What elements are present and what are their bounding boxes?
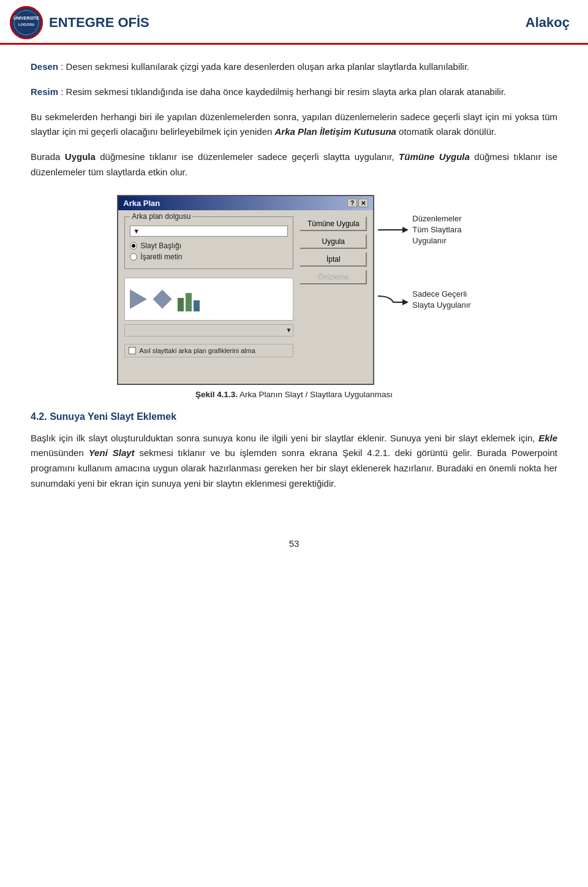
annotation-top-text: Düzenlemeler Tüm Slaytlara Uygulanır — [412, 213, 461, 247]
header-right-text: Alakoç — [526, 15, 570, 31]
dialog-checkbox-row[interactable]: Asıl slayttaki arka plan grafiklerini al… — [124, 344, 293, 357]
uygula-paragraph: Burada Uygula düğmesine tıklanır ise düz… — [31, 150, 557, 180]
section-p1-bold2: Yeni Slayt — [89, 447, 135, 458]
uygula-bold2: Tümüne Uygula — [399, 151, 470, 162]
bar-3 — [194, 300, 200, 311]
annotation-bottom-line2: Slayta Uygulanır — [412, 300, 470, 311]
section-p1-text1: Başlık için ilk slayt oluşturulduktan so… — [31, 433, 538, 443]
btn-uygula[interactable]: Uygula — [300, 234, 367, 249]
btn-iptal[interactable]: İptal — [300, 252, 367, 267]
figure-caption-bold: Şekil 4.1.3. — [195, 390, 238, 399]
diamond-shape — [153, 289, 172, 308]
dialog-group-box: Arka plan dolgusu ▼ Slayt Başlığı İşa — [124, 216, 293, 269]
brand-name: ENTEGRE OFİS — [49, 15, 149, 31]
section-heading: 4.2. Sunuya Yeni Slayt Eklemek — [31, 411, 557, 422]
section-number: 4.2. — [31, 411, 47, 422]
radio-item-1[interactable]: Slayt Başlığı — [130, 242, 288, 250]
resim-label: Resim — [31, 86, 58, 97]
uygula-text1: Burada — [31, 151, 65, 162]
svg-marker-6 — [402, 299, 409, 305]
checkbox-label: Asıl slayttaki arka plan grafiklerini al… — [139, 347, 255, 354]
main-content: Desen : Desen sekmesi kullanılarak çizgi… — [0, 45, 588, 520]
dialog-body: Arka plan dolgusu ▼ Slayt Başlığı İşa — [118, 210, 373, 362]
svg-text:LOGOSU: LOGOSU — [18, 23, 34, 26]
resim-colon: : — [58, 86, 66, 97]
dialog-titlebar: Arka Plan ? ✕ — [118, 196, 373, 210]
dialog-group-label: Arka plan dolgusu — [130, 212, 192, 221]
section-paragraph-1: Başlık için ilk slayt oluşturulduktan so… — [31, 431, 557, 492]
desen-label: Desen — [31, 61, 58, 72]
resim-paragraph: Resim : Resim sekmesi tıklandığında ise … — [31, 85, 557, 100]
svg-marker-5 — [402, 227, 409, 233]
section-p1-text2: menüsünden — [31, 447, 89, 458]
annotation-top-line2: Tüm Slaytlara — [412, 224, 461, 235]
dialog-area: Arka Plan ? ✕ Arka plan dolgusu ▼ — [31, 195, 557, 385]
scroll-arrow-down: ▼ — [285, 327, 292, 333]
shapes-preview-area — [124, 278, 293, 321]
annotation-bottom: Sadece Geçerli Slayta Uygulanır — [378, 289, 470, 311]
dialog-close-btn[interactable]: ✕ — [358, 199, 368, 207]
bar-2 — [186, 293, 192, 311]
scrollbar-area: ▼ — [124, 324, 293, 337]
bar-1 — [178, 298, 184, 311]
annotation-top-line1: Düzenlemeler — [412, 213, 461, 224]
uygula-bold1: Uygula — [65, 151, 96, 162]
dialog-titlebar-buttons: ? ✕ — [347, 199, 368, 207]
logo: ÜNİVERSİTE LOGOSU — [10, 6, 43, 39]
section-title: Sunuya Yeni Slayt Eklemek — [50, 411, 176, 422]
figure-caption-normal: Arka Planın Slayt / Slaytlara Uygulanmas… — [238, 390, 393, 399]
body-bold: Arka Plan İletişim Kutusuna — [275, 126, 396, 137]
checkbox[interactable] — [129, 347, 136, 354]
figure-caption: Şekil 4.1.3. Arka Planın Slayt / Slaytla… — [31, 390, 557, 399]
resim-text: Resim sekmesi tıklandığında ise daha önc… — [66, 86, 507, 97]
annotation-top-line3: Uygulanır — [412, 235, 461, 246]
desen-colon: : — [58, 61, 66, 72]
body-paragraph: Bu sekmelerden herhangi biri ile yapılan… — [31, 110, 557, 140]
page-number: 53 — [0, 538, 588, 549]
annotation-top: Düzenlemeler Tüm Slaytlara Uygulanır — [378, 213, 470, 247]
radio-label-1: Slayt Başlığı — [140, 242, 181, 250]
dialog-help-btn[interactable]: ? — [347, 199, 357, 207]
desen-paragraph: Desen : Desen sekmesi kullanılarak çizgi… — [31, 59, 557, 75]
bar-chart-shape — [178, 287, 200, 311]
btn-tumune-uygula[interactable]: Tümüne Uygula — [300, 216, 367, 231]
dialog-box: Arka Plan ? ✕ Arka plan dolgusu ▼ — [117, 195, 374, 385]
uygula-text2: düğmesine tıklanır ise düzenlemeler sade… — [96, 151, 399, 162]
radio-circle-2 — [130, 253, 137, 261]
shape-container — [130, 289, 147, 309]
arrow-shape — [130, 289, 147, 309]
header: ÜNİVERSİTE LOGOSU ENTEGRE OFİS Alakoç — [0, 0, 588, 45]
dropdown-value: ▼ — [133, 227, 285, 235]
body-text2: otomatik olarak dönülür. — [396, 126, 496, 137]
dialog-title: Arka Plan — [123, 199, 160, 208]
arrow-line-bottom — [378, 290, 409, 310]
section-p1-bold1: Ekle — [538, 433, 557, 443]
radio-item-2[interactable]: İşaretli metin — [130, 253, 288, 261]
radio-circle-1 — [130, 242, 137, 249]
dialog-left-section: Arka plan dolgusu ▼ Slayt Başlığı İşa — [124, 216, 293, 357]
svg-text:ÜNİVERSİTE: ÜNİVERSİTE — [13, 15, 39, 20]
annotations-container: Düzenlemeler Tüm Slaytlara Uygulanır Sad… — [378, 195, 470, 348]
desen-text: Desen sekmesi kullanılarak çizgi yada ka… — [66, 61, 470, 72]
annotation-bottom-line1: Sadece Geçerli — [412, 289, 470, 300]
header-left: ÜNİVERSİTE LOGOSU ENTEGRE OFİS — [10, 6, 149, 39]
annotation-bottom-text: Sadece Geçerli Slayta Uygulanır — [412, 289, 470, 311]
btn-onizleme[interactable]: Önizleme — [300, 270, 367, 284]
arrow-line-top — [378, 224, 409, 236]
dialog-right-section: Tümüne Uygula Uygula İptal Önizleme — [300, 216, 367, 357]
radio-label-2: İşaretli metin — [140, 253, 182, 261]
